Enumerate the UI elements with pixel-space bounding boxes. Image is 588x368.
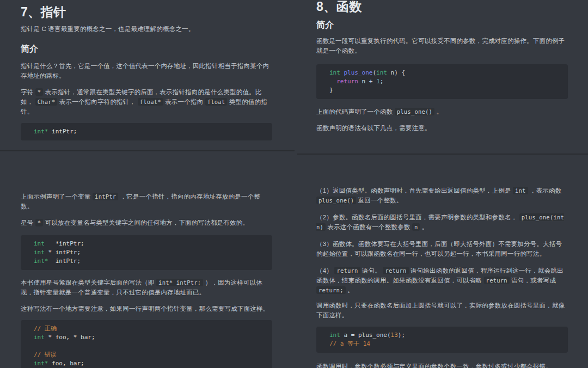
paragraph: （4） return 语句。 return 语句给出函数的返回值，程序运行到这一…	[316, 266, 568, 295]
inline-code: *	[35, 219, 44, 226]
paragraph: 函数声明的语法有以下几点，需要注意。	[316, 123, 568, 133]
inline-code: return	[383, 267, 408, 274]
code-token-type: int	[34, 249, 45, 256]
code-block: // 正确int * foo, * bar; // 错误int* foo, ba…	[21, 320, 272, 368]
code-token-comment: // a 等于 14	[329, 340, 370, 347]
text-run: 上面的代码声明了一个函数	[316, 108, 395, 115]
code-token-type: int*	[34, 257, 48, 265]
code-line: int a = plus_one(13);	[329, 331, 559, 340]
code-line: int *intPtr;	[34, 240, 264, 248]
code-line: // a 等于 14	[329, 340, 559, 348]
text-run: 函数是一段可以重复执行的代码。它可以接受不同的参数，完成对应的操作。下面的例子就…	[316, 38, 565, 54]
inline-code: int	[513, 187, 528, 194]
code-line: int * foo, * bar;	[34, 333, 264, 342]
code-text	[34, 342, 38, 349]
code-token-numo: 13	[391, 332, 398, 339]
paragraph: 上面示例声明了一个变量 intPtr ，它是一个指针，指向的内存地址存放的是一个…	[21, 192, 272, 211]
text-run: 星号	[21, 219, 35, 226]
paragraph: （3）函数体。函数体要写在大括号里面，后面（即大括号外面）不需要加分号。大括号的…	[316, 239, 568, 259]
code-token-type: int	[329, 332, 340, 339]
code-block: int* intPtr;	[21, 123, 272, 140]
text-run: 返回一个整数。	[356, 197, 402, 204]
text-run: 函数声明的语法有以下几点，需要注意。	[316, 125, 431, 131]
code-text: foo, bar;	[48, 360, 84, 367]
paragraph: 函数调用时，参数个数必须与定义里面的参数个数一致，参数过多或过少都会报错。	[316, 361, 568, 368]
text-run: 调用函数时，只要在函数名后面加上圆括号就可以了，实际的参数放在圆括号里面，就像下…	[316, 302, 565, 318]
paragraph: 本书使用星号紧跟在类型关键字后面的写法（即 int* intPtr; ），因为这…	[21, 278, 272, 297]
paragraph: 调用函数时，只要在函数名后面加上圆括号就可以了，实际的参数放在圆括号里面，就像下…	[316, 300, 568, 320]
code-text: * foo, * bar;	[45, 334, 95, 341]
inline-code: intPtr	[93, 193, 118, 200]
paragraph: （1）返回值类型。函数声明时，首先需要给出返回值的类型，上例是 int ，表示函…	[316, 186, 568, 205]
document-view: 7、指针指针是 C 语言最重要的概念之一，也是最难理解的概念之一。简介指针是什么…	[0, 0, 588, 368]
text-run: （2）参数。函数名后面的圆括号里面，需要声明参数的类型和参数名，	[316, 214, 519, 220]
paragraph: 字符 * 表示指针，通常跟在类型关键字的后面，表示指针指向的是什么类型的值。比如…	[21, 87, 272, 116]
inline-code: plus_one()	[316, 197, 356, 204]
paragraph: 星号 * 可以放在变量名与类型关键字之间的任何地方，下面的写法都是有效的。	[21, 218, 272, 228]
code-line: }	[329, 86, 559, 95]
inline-code: return	[334, 267, 360, 274]
inline-code: return	[484, 277, 510, 284]
code-token-comment: // 错误	[34, 351, 57, 358]
code-token-type: int	[329, 69, 340, 76]
code-token-func: plus_one	[344, 69, 373, 76]
code-line: int* intPtr;	[34, 257, 264, 266]
text-run: ，表示函数	[528, 187, 562, 194]
page-title: 7、指针	[21, 3, 272, 21]
code-text	[329, 78, 336, 85]
page-break-right	[297, 154, 588, 155]
inline-code: plus_one()	[395, 108, 434, 115]
text-run: 指针是 C 语言最重要的概念之一，也是最难理解的概念之一。	[21, 26, 195, 32]
code-block: int *intPtr;int * intPtr;int* intPtr;	[21, 235, 272, 270]
text-run: （1）返回值类型。函数声明时，首先需要给出返回值的类型，上例是	[316, 187, 513, 194]
text-run: 函数调用时，参数个数必须与定义里面的参数个数一致，参数过多或过少都会报错。	[316, 363, 552, 368]
code-line: return n + 1;	[329, 77, 559, 86]
text-run: 字符	[21, 89, 35, 95]
text-run: （4）	[316, 267, 334, 274]
code-token-type: int*	[34, 360, 48, 367]
code-text: *intPtr;	[45, 240, 84, 247]
inline-code: return;	[316, 286, 346, 294]
text-run: 指针是什么？首先，它是一个值，这个值代表一个内存地址，因此指针相当于指向某个内存…	[21, 63, 269, 79]
code-block: int a = plus_one(13);// a 等于 14	[316, 327, 568, 353]
section-heading: 简介	[316, 19, 568, 32]
code-token-num: 1	[376, 78, 380, 85]
paragraph: （2）参数。函数名后面的圆括号里面，需要声明参数的类型和参数名， plus_on…	[316, 212, 568, 232]
code-token-type: int	[34, 334, 45, 341]
page-break-left	[0, 150, 295, 151]
inline-code: float*	[138, 98, 163, 106]
code-token-kw: return	[336, 78, 358, 85]
inline-code: *	[35, 88, 44, 96]
inline-code: Char*	[35, 98, 58, 106]
code-text: );	[398, 332, 405, 339]
text-run: 表示一个指向	[163, 99, 205, 105]
page-title: 8、函数	[316, 0, 568, 15]
text-run: 。	[420, 224, 428, 230]
code-line: // 错误	[34, 351, 264, 359]
code-line: int * intPtr;	[34, 248, 264, 257]
code-block: int plus_one(int n) { return n + 1;}	[316, 64, 568, 99]
text-run: 。	[346, 287, 354, 293]
text-run: 本书使用星号紧跟在类型关键字后面的写法（即	[21, 279, 156, 286]
text-run: （3）函数体。函数体要写在大括号里面，后面（即大括号外面）不需要加分号。大括号的…	[316, 241, 562, 257]
code-text: ;	[380, 78, 384, 85]
code-token-comment: // 正确	[34, 325, 57, 332]
paragraph: 这种写法有一个地方需要注意，如果同一行声明两个指针变量，那么需要写成下面这样。	[21, 304, 272, 314]
code-text: intPtr;	[48, 257, 81, 265]
code-text	[340, 69, 344, 76]
code-text: a = plus_one(	[340, 332, 391, 339]
page-column-left: 7、指针指针是 C 语言最重要的概念之一，也是最难理解的概念之一。简介指针是什么…	[0, 0, 296, 368]
inline-code: n	[412, 223, 420, 231]
code-text: }	[329, 87, 333, 94]
code-line	[34, 342, 264, 351]
text-run: 表示一个指向字符的指针，	[57, 99, 137, 105]
inline-code: int* intPtr;	[156, 279, 203, 286]
code-token-type: int	[376, 69, 387, 76]
code-text: n +	[358, 78, 376, 85]
paragraph: 上面的代码声明了一个函数 plus_one() 。	[316, 107, 568, 116]
code-text: n) {	[387, 69, 405, 76]
code-line: int plus_one(int n) {	[329, 69, 559, 77]
inline-code: float	[205, 98, 228, 106]
text-run: 语句。	[360, 267, 383, 274]
code-token-type: int*	[34, 128, 48, 135]
